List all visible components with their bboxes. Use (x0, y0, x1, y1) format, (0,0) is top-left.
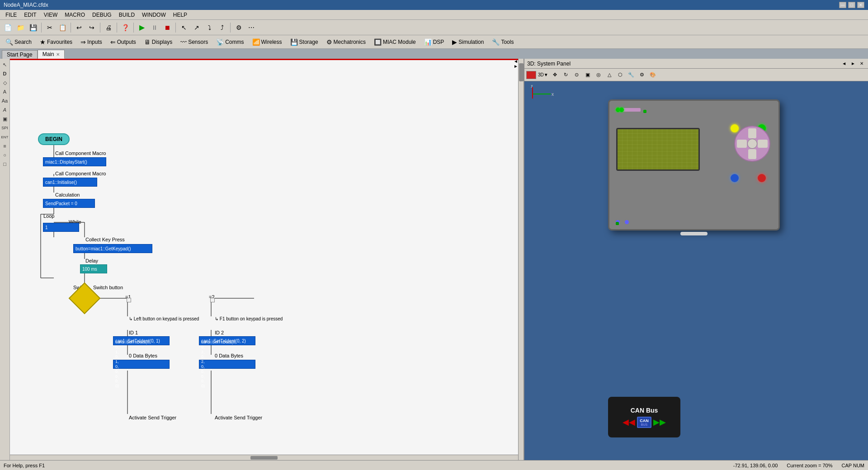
toolbox-text[interactable]: Aa (1, 97, 9, 105)
panel-collapse-right[interactable]: ► (514, 64, 518, 69)
panel-3d-content[interactable]: x y (524, 81, 868, 460)
panel-3d-resize-left[interactable]: ◄ (840, 61, 848, 66)
nav-comms[interactable]: 📡 Comms (212, 38, 247, 47)
save-button[interactable]: 💾 (27, 22, 39, 33)
toolbox-A2[interactable]: A (1, 106, 9, 114)
minimize-button[interactable]: — (839, 2, 846, 8)
horizontal-scrollbar[interactable] (10, 455, 518, 460)
cut-button[interactable]: ✂ (44, 22, 56, 33)
can-bus-widget[interactable]: CAN Bus ◀◀ CAN BUS ▶▶ (608, 397, 680, 437)
block-display-start[interactable]: miac1::DisplayStart() (43, 157, 106, 166)
block-while-1[interactable]: 1 (43, 223, 79, 232)
nav-sensors[interactable]: 〰 Sensors (177, 38, 212, 47)
tab-main[interactable]: Main ✕ (38, 50, 65, 59)
d-pad-center[interactable] (747, 139, 757, 149)
panel-collapse-left[interactable]: ◄ (514, 59, 518, 64)
maximize-button[interactable]: □ (848, 2, 855, 8)
tb3d-move[interactable]: ✥ (550, 70, 560, 80)
toolbox-diamond[interactable]: ◇ (1, 79, 9, 87)
close-button[interactable]: ✕ (857, 2, 864, 8)
undo-button[interactable]: ↩ (73, 22, 85, 33)
menu-help[interactable]: HELP (170, 11, 191, 19)
nav-mechatronics[interactable]: ⚙ Mechatronics (323, 38, 369, 47)
menu-view[interactable]: VIEW (40, 11, 61, 19)
step-back-button[interactable]: ↖ (178, 22, 190, 33)
jump-button[interactable]: ⤵ (203, 22, 215, 33)
tb3d-wrench[interactable]: 🔧 (626, 70, 636, 80)
tb3d-arrow[interactable]: ⬡ (615, 70, 625, 80)
toolbox-A[interactable]: A (1, 88, 9, 96)
color-indicator[interactable] (526, 71, 536, 79)
jump2-button[interactable]: ⤴ (216, 22, 228, 33)
block-tx-data-2[interactable]: can1::SetTxData(0,0,2,0,2,0,0,0,0,0) (199, 360, 255, 369)
toolbox-box[interactable]: ▣ (1, 115, 9, 123)
run-button[interactable]: ▶ (136, 22, 148, 33)
tb3d-sphere[interactable]: ◎ (594, 70, 604, 80)
menu-window[interactable]: WINDOW (138, 11, 170, 19)
block-can-init[interactable]: can1::Initialise() (43, 178, 97, 187)
begin-block[interactable]: BEGIN (38, 133, 70, 145)
nav-storage[interactable]: 💾 Storage (287, 38, 322, 47)
menu-edit[interactable]: EDIT (20, 11, 40, 19)
block-delay-100ms[interactable]: 100 ms (80, 264, 107, 273)
d-pad-left[interactable] (737, 140, 747, 148)
toolbox-circle[interactable]: ○ (1, 151, 9, 159)
panel-3d-close[interactable]: ✕ (858, 61, 865, 66)
d-pad-right[interactable] (758, 140, 768, 148)
d-pad[interactable] (734, 126, 770, 162)
d-pad-up[interactable] (748, 128, 756, 138)
print-button[interactable]: 🖨 (103, 22, 114, 33)
more-button[interactable]: ⋯ (245, 22, 257, 33)
tb3d-triangle[interactable]: △ (604, 70, 614, 80)
menu-build[interactable]: BUILD (115, 11, 138, 19)
stop-button[interactable]: ⏹ (161, 22, 173, 33)
menu-debug[interactable]: DEBUG (89, 11, 115, 19)
nav-outputs[interactable]: ⇐ Outputs (107, 38, 140, 47)
led-yellow (731, 124, 739, 132)
redo-button[interactable]: ↪ (86, 22, 98, 33)
scroll-thumb[interactable] (519, 63, 524, 81)
block-get-keypad[interactable]: button=miac1::GetKeypad() (73, 244, 152, 253)
open-button[interactable]: 📁 (14, 22, 26, 33)
titlebar-controls: — □ ✕ (839, 2, 864, 8)
nav-favourites[interactable]: ★ Favourites (36, 38, 76, 47)
tb3d-palette[interactable]: 🎨 (648, 70, 658, 80)
nav-inputs[interactable]: ⇒ Inputs (77, 38, 106, 47)
menu-macro[interactable]: MACRO (61, 11, 89, 19)
nav-search[interactable]: 🔍 Search (2, 38, 35, 47)
nav-displays[interactable]: 🖥 Displays (141, 38, 176, 47)
paste-button[interactable]: 📋 (57, 22, 68, 33)
tab-start-page[interactable]: Start Page (2, 50, 38, 59)
nav-miac-module[interactable]: 🔲 MIAC Module (370, 38, 420, 47)
tb3d-rect[interactable]: ▣ (583, 70, 593, 80)
step-forward-button[interactable]: ↗ (191, 22, 203, 33)
help-button[interactable]: ❓ (119, 22, 131, 33)
tb3d-rotate[interactable]: ↻ (561, 70, 571, 80)
view-3d-label[interactable]: 3D▼ (537, 72, 549, 77)
toolbox-D[interactable]: D (1, 70, 9, 78)
block-send-packet[interactable]: SendPacket = 0 (43, 199, 95, 208)
block-tx-data-1[interactable]: can1::SetTxData(0,0,1,0,1,0,0,0,0,0) (113, 360, 170, 369)
toolbox-lines[interactable]: ≡ (1, 142, 9, 150)
device-scrollbar (680, 232, 708, 235)
toolbox-ENT[interactable]: ENT (1, 133, 9, 141)
settings-button[interactable]: ⚙ (233, 22, 245, 33)
nav-dsp[interactable]: 📊 DSP (420, 38, 448, 47)
canvas-area[interactable]: BEGIN (10, 59, 524, 460)
vertical-scrollbar[interactable] (518, 59, 524, 460)
toolbox-SPI[interactable]: SPI (1, 124, 9, 132)
panel-3d-resize-right[interactable]: ► (849, 61, 857, 66)
tb3d-zoom[interactable]: ⊙ (572, 70, 582, 80)
menu-file[interactable]: FILE (2, 11, 20, 19)
d-pad-down[interactable] (748, 149, 756, 159)
toolbox-pointer[interactable]: ↖ (1, 61, 9, 69)
nav-wireless[interactable]: 📶 Wireless (249, 38, 286, 47)
tb3d-gear[interactable]: ⚙ (637, 70, 647, 80)
nav-tools[interactable]: 🔧 Tools (488, 38, 517, 47)
tab-main-close[interactable]: ✕ (56, 52, 60, 57)
h-scroll-thumb[interactable] (250, 456, 278, 460)
toolbox-rect[interactable]: □ (1, 160, 9, 168)
nav-simulation[interactable]: ▶ Simulation (448, 38, 487, 47)
pause-button[interactable]: ⏸ (149, 22, 160, 33)
new-button[interactable]: 📄 (2, 22, 14, 33)
